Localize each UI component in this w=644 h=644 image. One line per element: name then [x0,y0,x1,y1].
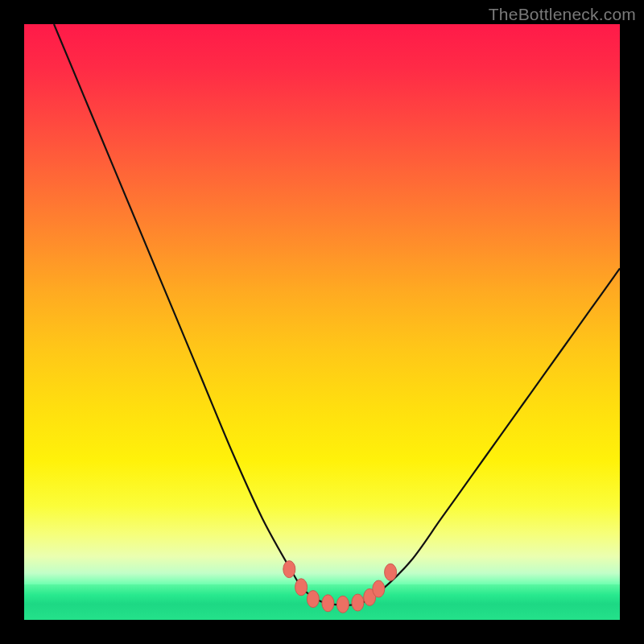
curve-marker [336,596,349,613]
curve-marker [385,564,397,580]
curve-marker [295,579,308,596]
curve-marker [373,580,385,597]
curve-marker [307,591,319,608]
watermark-text: TheBottleneck.com [489,5,636,24]
plot-area [24,24,620,620]
curve-marker [283,561,295,578]
curve-marker [322,595,334,612]
chart-svg [24,24,620,620]
bottleneck-curve [54,24,620,605]
curve-marker [352,594,364,611]
marker-group [283,561,397,613]
chart-frame: TheBottleneck.com [0,0,644,644]
